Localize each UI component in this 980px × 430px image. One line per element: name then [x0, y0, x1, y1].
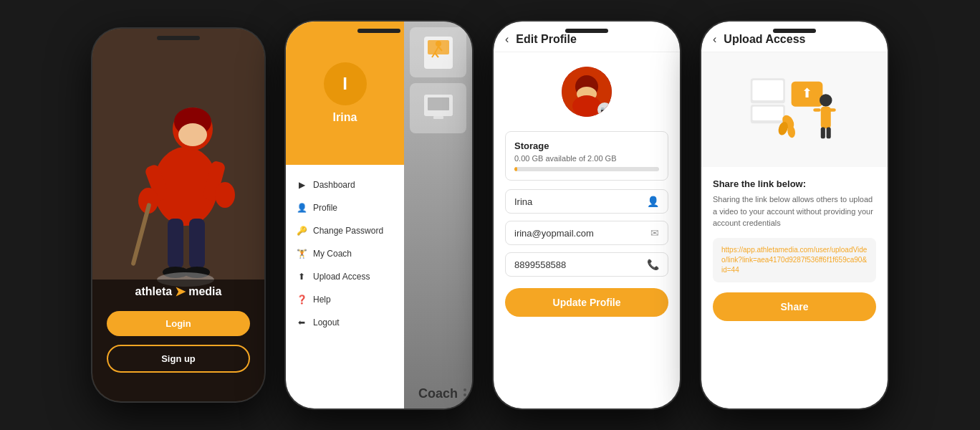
menu-item-dashboard[interactable]: ▶ Dashboard [286, 173, 404, 196]
name-field-row: 👤 [505, 189, 668, 214]
share-button[interactable]: Share [713, 292, 876, 321]
upload-icon: ⬆ [296, 271, 307, 282]
menu-item-help[interactable]: ❓ Help [286, 288, 404, 311]
svg-rect-34 [752, 107, 783, 120]
menu-item-upload-access-label: Upload Access [313, 272, 370, 282]
svg-text:⬆: ⬆ [802, 86, 812, 100]
storage-bar [514, 167, 659, 171]
upload-header-title: Upload Access [724, 33, 805, 46]
profile-header: ‹ Edit Profile [494, 22, 680, 52]
svg-point-9 [215, 182, 235, 208]
key-icon: 🔑 [296, 225, 307, 236]
profile-header-title: Edit Profile [516, 33, 576, 46]
help-icon: ❓ [296, 294, 307, 305]
svg-rect-44 [821, 128, 825, 139]
upload-content: Share the link below: Sharing the link b… [701, 167, 888, 408]
menu-item-my-coach[interactable]: 🏋 My Coach [286, 242, 404, 265]
name-input[interactable] [514, 196, 641, 207]
svg-rect-12 [189, 219, 205, 269]
svg-point-5 [178, 123, 207, 146]
content-card-1 [410, 27, 466, 77]
brand-prefix: athleta [135, 285, 173, 298]
coach-icon: 🏋 [296, 248, 307, 259]
menu-header: I Irina [286, 22, 404, 165]
storage-fill [514, 167, 517, 171]
menu-username: Irina [333, 111, 357, 124]
signup-button[interactable]: Sign up [107, 345, 250, 373]
menu-item-dashboard-label: Dashboard [313, 180, 355, 190]
brand-suffix: media [188, 285, 221, 298]
login-content: athleta ➤ media Login Sign up [92, 284, 264, 373]
phone-3-edit-profile: ‹ Edit Profile 📷 Storage [494, 22, 680, 408]
phone-4-upload-access: ‹ Upload Access ⬆ [701, 22, 888, 408]
menu-content-panel: Coach [404, 22, 472, 408]
menu-item-my-coach-label: My Coach [313, 249, 352, 259]
menu-sidebar: I Irina ▶ Dashboard 👤 Profile 🔑 Change P… [286, 22, 404, 408]
menu-item-change-password[interactable]: 🔑 Change Password [286, 219, 404, 242]
upload-illustration: ⬆ [701, 52, 888, 167]
menu-item-profile[interactable]: 👤 Profile [286, 196, 404, 219]
share-link-box: https://app.athletamedia.com/user/upload… [713, 238, 876, 282]
update-profile-button[interactable]: Update Profile [505, 288, 668, 317]
svg-rect-26 [433, 116, 443, 119]
camera-icon[interactable]: 📷 [597, 102, 612, 117]
svg-point-40 [820, 94, 832, 107]
phone-field-row: 📞 [505, 252, 668, 277]
menu-avatar: I [324, 62, 367, 105]
profile-avatar: 📷 [562, 67, 612, 117]
svg-rect-25 [428, 97, 449, 110]
email-icon: ✉ [650, 227, 659, 239]
profile-fields: 👤 ✉ 📞 [494, 189, 680, 277]
upload-back-button[interactable]: ‹ [713, 33, 716, 46]
brand-logo: athleta ➤ media [135, 284, 222, 300]
menu-item-logout[interactable]: ⬅ Logout [286, 311, 404, 334]
menu-item-logout-label: Logout [313, 317, 340, 328]
svg-point-30 [572, 95, 601, 117]
dashboard-icon: ▶ [296, 179, 307, 191]
upload-header: ‹ Upload Access [701, 22, 888, 52]
storage-section: Storage 0.00 GB available of 2.00 GB [505, 131, 668, 181]
svg-rect-45 [827, 128, 831, 139]
storage-subtitle: 0.00 GB available of 2.00 GB [514, 154, 659, 163]
menu-item-upload-access[interactable]: ⬆ Upload Access [286, 265, 404, 288]
svg-point-19 [436, 41, 441, 47]
share-description: Sharing the link below allows others to … [713, 194, 876, 229]
profile-icon: 👤 [296, 202, 307, 214]
phone-2-menu: I Irina ▶ Dashboard 👤 Profile 🔑 Change P… [286, 22, 472, 408]
svg-rect-32 [752, 80, 783, 100]
content-card-2 [410, 83, 466, 133]
menu-item-change-password-label: Change Password [313, 226, 383, 236]
menu-items-list: ▶ Dashboard 👤 Profile 🔑 Change Password … [286, 165, 404, 408]
menu-item-help-label: Help [313, 295, 331, 305]
person-icon: 👤 [647, 196, 659, 207]
phone-input[interactable] [514, 259, 641, 270]
login-button[interactable]: Login [107, 311, 250, 336]
share-title: Share the link below: [713, 178, 876, 189]
phone-icon: 📞 [647, 259, 659, 270]
brand-arrow-icon: ➤ [175, 284, 186, 300]
phone-1-login: athleta ➤ media Login Sign up [92, 29, 264, 401]
share-link-text[interactable]: https://app.athletamedia.com/user/upload… [721, 245, 868, 275]
svg-rect-42 [813, 108, 821, 111]
logout-icon: ⬅ [296, 317, 307, 328]
back-button[interactable]: ‹ [505, 33, 509, 46]
storage-title: Storage [514, 140, 659, 151]
svg-rect-43 [828, 108, 836, 111]
coach-label: Coach [404, 386, 472, 401]
menu-item-profile-label: Profile [313, 203, 337, 213]
email-field-row: ✉ [505, 221, 668, 245]
svg-rect-11 [168, 219, 183, 269]
profile-avatar-section: 📷 [494, 52, 680, 131]
email-input[interactable] [514, 228, 645, 239]
